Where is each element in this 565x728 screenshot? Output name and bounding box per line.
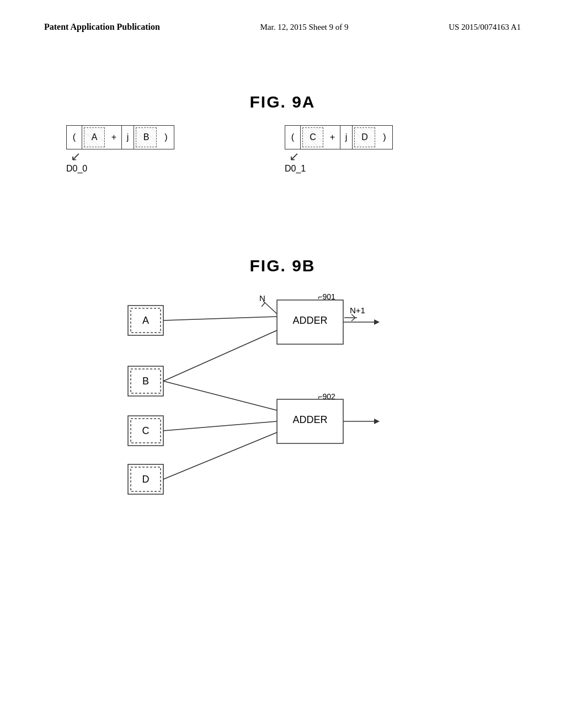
line-a-to-901	[163, 317, 277, 320]
patent-number-label: US 2015/0074163 A1	[449, 23, 521, 32]
line-d-to-902	[163, 432, 277, 479]
token-d: D	[354, 127, 375, 147]
n-label: N	[259, 293, 265, 303]
ref-901: ⌐901	[318, 292, 335, 301]
n-tick-line	[263, 301, 277, 314]
token-close-paren-0: )	[158, 125, 174, 149]
line-c-to-902	[163, 421, 277, 431]
date-sheet-label: Mar. 12, 2015 Sheet 9 of 9	[260, 23, 348, 32]
n-tick-1	[262, 303, 265, 307]
fig9a-label: FIG. 9A	[44, 93, 521, 111]
token-b: B	[136, 127, 157, 147]
token-j-0: j	[122, 125, 134, 149]
fig9b-diagram: A B C D ADDER ADDER ⌐901 ⌐902 N	[44, 289, 521, 499]
bracket-symbol-left: ↙	[71, 151, 81, 163]
line-b-to-902	[163, 381, 277, 410]
output-902-arrow	[374, 419, 380, 424]
token-close-paren-1: )	[377, 125, 392, 149]
adder-902-label: ADDER	[292, 414, 327, 425]
fig9b-svg: A B C D ADDER ADDER ⌐901 ⌐902 N	[111, 289, 454, 499]
output-901-arrow	[374, 319, 380, 325]
fig9a-section: FIG. 9A ( A + j B ) ↙ D0_0 ( C + j	[0, 65, 565, 185]
token-open-paren-1: (	[285, 125, 301, 149]
bracket-area-left: ↙ D0_0	[66, 151, 87, 174]
bracket-symbol-right: ↙	[289, 151, 299, 163]
label-c: C	[142, 425, 150, 436]
adder-901-label: ADDER	[292, 315, 327, 326]
label-d: D	[142, 474, 150, 485]
label-a: A	[142, 315, 149, 326]
token-sequence-left: ( A + j B )	[66, 125, 174, 149]
diagram-d0-0: ( A + j B ) ↙ D0_0	[66, 125, 174, 174]
token-sequence-right: ( C + j D )	[285, 125, 393, 149]
token-j-1: j	[340, 125, 353, 149]
token-open-paren-0: (	[67, 125, 82, 149]
diagram-d0-1: ( C + j D ) ↙ D0_1	[285, 125, 393, 174]
diagram-label-d0-0: D0_0	[66, 164, 87, 174]
token-a: A	[84, 127, 105, 147]
token-plus-1: +	[325, 125, 340, 149]
fig9b-label: FIG. 9B	[44, 256, 521, 275]
line-b-to-901	[163, 330, 277, 381]
fig9a-diagrams: ( A + j B ) ↙ D0_0 ( C + j D )	[66, 125, 521, 174]
n1-tick-b	[351, 318, 355, 321]
ref-902: ⌐902	[318, 392, 335, 401]
token-plus-0: +	[106, 125, 122, 149]
token-c: C	[302, 127, 323, 147]
n1-label: N+1	[350, 306, 365, 315]
fig9b-section: FIG. 9B A B C D ADDER ADDER	[0, 229, 565, 510]
page-header: Patent Application Publication Mar. 12, …	[0, 0, 565, 32]
diagram-label-d0-1: D0_1	[285, 164, 306, 174]
publication-label: Patent Application Publication	[44, 22, 160, 32]
label-b: B	[142, 376, 149, 387]
bracket-area-right: ↙ D0_1	[285, 151, 306, 174]
